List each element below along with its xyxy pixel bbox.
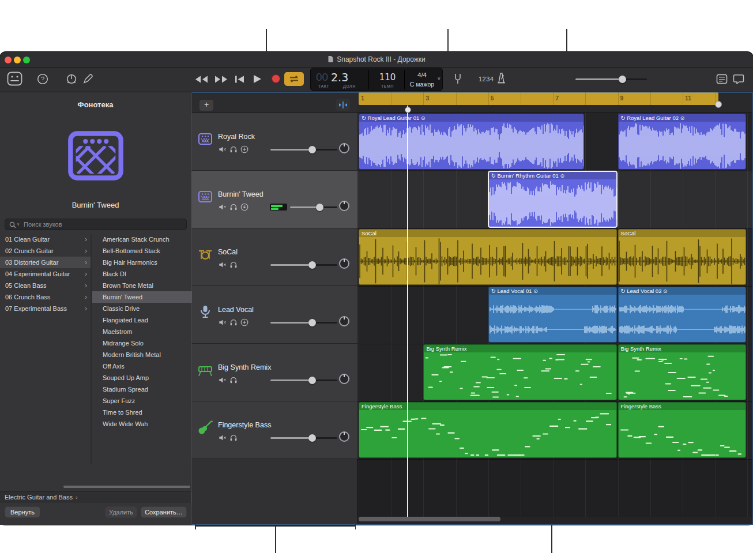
save-button[interactable]: Сохранить…: [141, 506, 187, 518]
volume-slider[interactable]: [270, 318, 337, 326]
library-scrollbar[interactable]: [63, 486, 190, 488]
sound-burnin-tweed[interactable]: Burnin' Tweed: [92, 291, 191, 303]
metronome-button[interactable]: [496, 72, 507, 84]
revert-button[interactable]: Вернуть: [5, 506, 40, 518]
mute-button[interactable]: [219, 318, 227, 326]
region-burnin-rhythm-guitar-01[interactable]: ↻ Burnin' Rhythm Guitar 01 ⊙: [488, 171, 617, 227]
category-06-crunch-bass[interactable]: 06 Crunch Bass›: [0, 291, 91, 303]
category-03-distorted-guitar[interactable]: 03 Distorted Guitar›: [0, 257, 91, 268]
headphones-button[interactable]: [229, 376, 238, 384]
sound-midrange-solo[interactable]: Midrange Solo: [92, 337, 191, 349]
volume-slider[interactable]: [270, 376, 337, 384]
mute-button[interactable]: [219, 145, 227, 153]
cycle-region[interactable]: [359, 92, 718, 105]
sound-american-stack-crunch[interactable]: American Stack Crunch: [92, 234, 191, 245]
catch-playhead-button[interactable]: [336, 99, 350, 111]
sound-classic-drive[interactable]: Classic Drive: [92, 303, 191, 314]
cycle-button[interactable]: [284, 72, 304, 86]
headphones-button[interactable]: [229, 203, 238, 211]
sound-maelstrom[interactable]: Maelstrom: [92, 326, 191, 337]
pan-knob[interactable]: [339, 431, 349, 442]
track-header-socal[interactable]: SoCal: [191, 228, 357, 286]
sound-stadium-spread[interactable]: Stadium Spread: [92, 384, 191, 395]
delete-button[interactable]: Удалить: [105, 506, 137, 518]
category-01-clean-guitar[interactable]: 01 Clean Guitar›: [0, 234, 91, 245]
track-header-royal-rock[interactable]: Royal Rock: [191, 113, 357, 171]
region-royal-lead-guitar-02[interactable]: ↻ Royal Lead Guitar 02 ⊙: [618, 114, 747, 170]
master-volume-slider[interactable]: [575, 76, 647, 83]
sound-wide-wide-wah[interactable]: Wide Wide Wah: [92, 418, 191, 430]
headphones-button[interactable]: [229, 434, 238, 442]
record-button[interactable]: [272, 74, 280, 83]
cycle-end-handle[interactable]: [715, 101, 722, 108]
sound-modern-british-metal[interactable]: Modern British Metal: [92, 349, 191, 360]
editors-button[interactable]: [82, 73, 93, 85]
pan-knob[interactable]: [339, 258, 349, 269]
headphones-button[interactable]: [229, 261, 238, 269]
volume-knob[interactable]: [308, 261, 316, 269]
sound-time-to-shred[interactable]: Time to Shred: [92, 407, 191, 418]
notepad-button[interactable]: [716, 74, 728, 84]
region-royal-lead-guitar-01[interactable]: ↻ Royal Lead Guitar 01 ⊙: [359, 114, 584, 170]
sound-bell-bottomed-stack[interactable]: Bell-Bottomed Stack: [92, 245, 191, 257]
mute-button[interactable]: [219, 203, 227, 211]
pan-knob[interactable]: [339, 316, 349, 326]
volume-knob[interactable]: [308, 319, 316, 326]
sound-black-di[interactable]: Black DI: [92, 268, 191, 280]
tuner-button[interactable]: [453, 73, 462, 85]
sound-flangiated-lead[interactable]: Flangiated Lead: [92, 314, 191, 326]
fast-forward-button[interactable]: [214, 75, 229, 84]
rewind-button[interactable]: [194, 75, 209, 84]
pan-knob[interactable]: [339, 143, 349, 153]
search-field[interactable]: ∨: [5, 219, 187, 230]
volume-slider[interactable]: [270, 434, 337, 442]
timeline-scrollbar[interactable]: [359, 517, 500, 521]
category-05-clean-bass[interactable]: 05 Clean Bass›: [0, 280, 91, 291]
download-button[interactable]: [240, 145, 249, 153]
headphones-button[interactable]: [229, 145, 238, 153]
mute-button[interactable]: [219, 376, 227, 384]
region-socal[interactable]: SoCal: [359, 229, 617, 285]
playhead-handle[interactable]: [405, 107, 411, 113]
search-input[interactable]: [24, 220, 184, 229]
headphones-button[interactable]: [229, 318, 238, 326]
download-button[interactable]: [240, 203, 249, 211]
volume-knob[interactable]: [316, 204, 323, 211]
region-lead-vocal-02[interactable]: ↻ Lead Vocal 02 ⊙: [618, 287, 747, 343]
add-track-button[interactable]: +: [199, 100, 213, 111]
track-header-big-synth-remix[interactable]: Big Synth Remix: [191, 344, 357, 401]
mute-button[interactable]: [219, 261, 227, 269]
help-button[interactable]: ?: [37, 73, 48, 85]
sound-brown-tone-metal[interactable]: Brown Tone Metal: [92, 280, 191, 291]
pan-knob[interactable]: [339, 201, 349, 211]
sound-souped-up-amp[interactable]: Souped Up Amp: [92, 372, 191, 384]
region-socal[interactable]: SoCal: [618, 229, 747, 285]
volume-slider[interactable]: [270, 145, 337, 153]
track-header-lead-vocal[interactable]: Lead Vocal: [191, 286, 357, 344]
download-button[interactable]: [240, 318, 249, 326]
region-lead-vocal-01[interactable]: ↻ Lead Vocal 01 ⊙: [488, 287, 617, 343]
track-header-burnin-tweed[interactable]: Burnin' Tweed: [191, 171, 357, 228]
track-header-fingerstyle-bass[interactable]: Fingerstyle Bass: [191, 401, 357, 459]
go-to-beginning-button[interactable]: [234, 75, 246, 84]
playhead[interactable]: [407, 106, 408, 517]
sound-library-button[interactable]: [7, 72, 22, 86]
timeline-ruler[interactable]: 1357911: [357, 92, 753, 113]
region-big-synth-remix[interactable]: Big Synth Remix: [618, 344, 747, 400]
sound-super-fuzz[interactable]: Super Fuzz: [92, 395, 191, 407]
category-02-crunch-guitar[interactable]: 02 Crunch Guitar›: [0, 245, 91, 257]
sound-off-axis[interactable]: Off Axis: [92, 360, 191, 372]
count-in-button[interactable]: 1234: [479, 76, 494, 82]
volume-slider[interactable]: [290, 203, 337, 211]
mute-button[interactable]: [219, 434, 227, 442]
volume-knob[interactable]: [308, 434, 316, 442]
region-fingerstyle-bass[interactable]: Fingerstyle Bass: [359, 402, 617, 458]
volume-slider[interactable]: [270, 261, 337, 269]
volume-knob[interactable]: [308, 146, 316, 153]
pan-knob[interactable]: [339, 374, 349, 384]
volume-knob[interactable]: [308, 377, 316, 384]
smart-controls-button[interactable]: [66, 73, 77, 85]
category-07-experimental-bass[interactable]: 07 Experimental Bass›: [0, 303, 91, 314]
library-footer[interactable]: Electric Guitar and Bass›: [0, 491, 191, 503]
region-fingerstyle-bass[interactable]: Fingerstyle Bass: [618, 402, 747, 458]
